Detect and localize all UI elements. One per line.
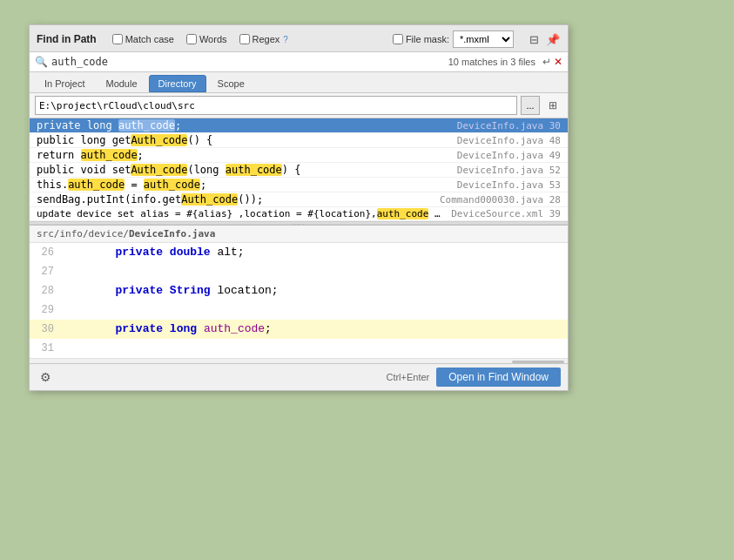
code-line-31: 31 (30, 339, 568, 358)
match-case-checkbox[interactable] (112, 34, 123, 44)
line-content-28: private String location; (61, 281, 568, 300)
line-content-30: private long auth_code; (61, 320, 568, 339)
search-actions: ↵ ✕ (542, 56, 562, 68)
result-file: Command000030.java 28 (440, 194, 561, 206)
result-file: DeviceInfo.java 52 (457, 165, 561, 176)
enter-icon[interactable]: ↵ (542, 56, 551, 68)
search-bar: 🔍 10 matches in 3 files ↵ ✕ (30, 52, 568, 72)
regex-help-icon[interactable]: ? (283, 35, 288, 44)
preview-panel: src/info/device/DeviceInfo.java 26 priva… (30, 225, 568, 363)
code-line-27: 27 (30, 262, 568, 281)
line-content-29 (61, 300, 568, 320)
match-info: 10 matches in 3 files (448, 57, 535, 67)
pin-icon[interactable]: 📌 (545, 31, 561, 47)
result-row[interactable]: public long getAuth_code() { DeviceInfo.… (30, 133, 568, 148)
directory-grid-icon[interactable]: ⊞ (543, 96, 562, 115)
line-num-28: 28 (30, 281, 61, 300)
words-checkbox[interactable] (186, 34, 197, 44)
line-num-29: 29 (30, 300, 61, 320)
code-line-29: 29 (30, 300, 568, 320)
regex-checkbox[interactable] (239, 34, 250, 44)
result-file: DeviceInfo.java 48 (457, 135, 561, 146)
code-line-28: 28 private String location; (30, 281, 568, 300)
result-code: this.auth_code = auth_code; (37, 179, 450, 191)
result-row[interactable]: update device set alias = #{alias} ,loca… (30, 207, 568, 221)
result-row[interactable]: this.auth_code = auth_code; DeviceInfo.j… (30, 178, 568, 192)
result-code: public void setAuth_code(long auth_code)… (37, 164, 450, 176)
shortcut-text: Ctrl+Enter (386, 372, 429, 382)
tab-directory[interactable]: Directory (149, 75, 206, 92)
results-list[interactable]: private long auth_code; DeviceInfo.java … (30, 118, 568, 221)
tabs-bar: In Project Module Directory Scope (30, 72, 568, 93)
directory-bar: ... ⊞ (30, 93, 568, 118)
result-code: public long getAuth_code() { (37, 134, 450, 146)
result-file: DeviceSource.xml 39 (451, 208, 561, 219)
tab-scope[interactable]: Scope (208, 75, 254, 92)
result-row[interactable]: return auth_code; DeviceInfo.java 49 (30, 148, 568, 163)
result-row[interactable]: public void setAuth_code(long auth_code)… (30, 163, 568, 178)
open-in-find-window-button[interactable]: Open in Find Window (436, 368, 561, 387)
find-panel: Find in Path Match case Words Regex ? Fi… (29, 24, 569, 391)
line-num-27: 27 (30, 262, 61, 281)
regex-text: Regex (253, 34, 280, 44)
regex-label[interactable]: Regex ? (239, 34, 288, 44)
match-case-label[interactable]: Match case (112, 34, 174, 44)
line-num-31: 31 (30, 339, 61, 358)
preview-path: src/info/device/DeviceInfo.java (30, 226, 568, 243)
checkbox-group: Match case Words Regex ? (112, 34, 288, 44)
result-code: private long auth_code; (37, 119, 450, 132)
match-case-text: Match case (125, 34, 174, 44)
code-line-26: 26 private double alt; (30, 243, 568, 262)
line-num-26: 26 (30, 243, 61, 262)
code-preview: 26 private double alt; 27 28 private Str… (30, 243, 568, 358)
find-header: Find in Path Match case Words Regex ? Fi… (30, 25, 568, 52)
footer-bar: ⚙ Ctrl+Enter Open in Find Window (30, 363, 568, 390)
file-mask-group: File mask: *.mxml (393, 30, 514, 48)
directory-input[interactable] (35, 96, 517, 115)
line-content-31 (61, 339, 568, 358)
words-text: Words (199, 34, 227, 44)
words-label[interactable]: Words (186, 34, 227, 44)
file-mask-label[interactable]: File mask: (393, 34, 449, 44)
file-mask-checkbox[interactable] (393, 34, 403, 44)
header-icons: ⊟ 📌 (526, 31, 561, 47)
tab-module[interactable]: Module (96, 75, 146, 92)
result-file: DeviceInfo.java 53 (457, 179, 561, 191)
directory-browse-button[interactable]: ... (521, 96, 540, 115)
code-line-30: 30 private long auth_code; (30, 320, 568, 339)
result-code: sendBag.putInt(info.getAuth_code()); (37, 193, 433, 206)
line-num-30: 30 (30, 320, 61, 339)
settings-gear-icon[interactable]: ⚙ (37, 368, 54, 386)
filter-icon[interactable]: ⊟ (526, 31, 542, 47)
footer-left: ⚙ (37, 368, 54, 386)
panel-title: Find in Path (37, 33, 97, 45)
result-file: DeviceInfo.java 30 (457, 120, 561, 132)
file-mask-select[interactable]: *.mxml (453, 30, 514, 48)
search-input[interactable] (51, 56, 445, 68)
preview-filename: DeviceInfo.java (129, 228, 215, 240)
line-content-26: private double alt; (61, 243, 568, 262)
file-mask-text: File mask: (406, 34, 449, 44)
result-code: update device set alias = #{alias} ,loca… (37, 208, 444, 219)
result-file: DeviceInfo.java 49 (457, 150, 561, 161)
result-row[interactable]: sendBag.putInt(info.getAuth_code()); Com… (30, 192, 568, 207)
result-code: return auth_code; (37, 149, 450, 161)
search-icon: 🔍 (35, 56, 48, 68)
result-row[interactable]: private long auth_code; DeviceInfo.java … (30, 118, 568, 133)
clear-icon[interactable]: ✕ (554, 56, 562, 68)
line-content-27 (61, 262, 568, 281)
tab-in-project[interactable]: In Project (35, 75, 94, 92)
